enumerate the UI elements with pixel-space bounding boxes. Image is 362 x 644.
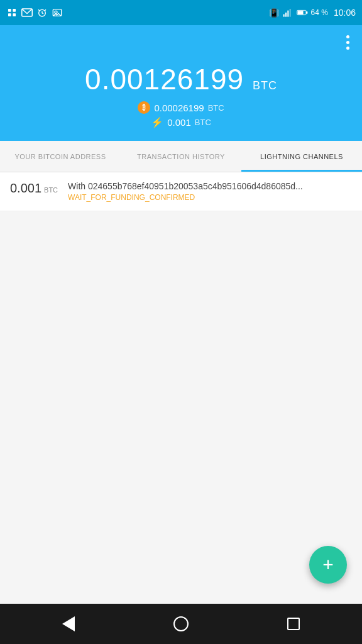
main-balance-unit: BTC: [253, 79, 277, 92]
main-balance: 0.00126199 BTC: [85, 62, 277, 96]
svg-rect-14: [306, 11, 307, 14]
tab-bitcoin-address[interactable]: YOUR BITCOIN ADDRESS: [0, 141, 121, 172]
svg-rect-1: [13, 9, 16, 12]
tab-bar: YOUR BITCOIN ADDRESS TRANSACTION HISTORY…: [0, 141, 362, 172]
content-area: 0.001 BTC With 024655b768ef40951b20053a5…: [0, 172, 362, 604]
overflow-menu-button[interactable]: [344, 33, 352, 52]
tab-transaction-history[interactable]: TRANSACTION HISTORY: [121, 141, 241, 172]
header: 0.00126199 BTC ₿ 0.00026199 BTC ⚡ 0.001 …: [0, 25, 362, 141]
signal-icon: [282, 7, 293, 18]
balance-sub: ₿ 0.00026199 BTC ⚡ 0.001 BTC: [138, 101, 224, 128]
svg-rect-8: [283, 14, 284, 17]
bottom-navigation: [0, 604, 362, 644]
alarm-icon: [36, 7, 48, 18]
home-button[interactable]: [168, 611, 194, 636]
back-icon: [62, 616, 75, 631]
channel-peer: With 024655b768ef40951b20053a5c4b951606d…: [68, 181, 352, 191]
home-icon: [173, 616, 189, 631]
gmail-icon: [21, 7, 33, 18]
recents-icon: [287, 618, 300, 630]
notification-icon: [6, 7, 18, 18]
onchain-balance-row: ₿ 0.00026199 BTC: [138, 101, 224, 114]
add-channel-button[interactable]: +: [309, 546, 347, 584]
lightning-balance-unit: BTC: [195, 118, 211, 127]
status-bar-right: 📳 64 % 10:06: [269, 7, 356, 18]
main-balance-value: 0.00126199: [85, 63, 244, 96]
svg-rect-13: [297, 11, 303, 14]
onchain-balance-value: 0.00026199: [154, 103, 204, 113]
bitcoin-icon: ₿: [138, 101, 150, 114]
lightning-balance-row: ⚡ 0.001 BTC: [151, 116, 211, 128]
svg-rect-2: [8, 13, 11, 16]
status-bar-left: [6, 7, 63, 18]
back-button[interactable]: [56, 611, 81, 636]
time-display: 10:06: [334, 8, 356, 18]
image-icon: [52, 7, 63, 18]
onchain-balance-unit: BTC: [208, 103, 224, 113]
header-menu: [10, 25, 352, 62]
svg-rect-0: [8, 9, 11, 12]
recents-button[interactable]: [281, 611, 306, 636]
channel-amount: 0.001 BTC: [10, 181, 58, 196]
status-bar: 📳 64 % 10:06: [0, 0, 362, 25]
svg-rect-9: [285, 13, 287, 17]
lightning-balance-value: 0.001: [167, 117, 191, 128]
battery-icon: [297, 7, 308, 18]
svg-rect-11: [289, 9, 290, 17]
svg-rect-3: [13, 13, 16, 16]
channel-amount-value: 0.001: [10, 181, 41, 196]
channel-amount-unit: BTC: [44, 186, 58, 194]
tab-lightning-channels[interactable]: LIGHTNING CHANNELS: [241, 141, 362, 172]
vibrate-icon: 📳: [269, 8, 279, 18]
svg-point-7: [55, 11, 57, 13]
channel-details: With 024655b768ef40951b20053a5c4b951606d…: [68, 181, 352, 202]
lightning-icon: ⚡: [151, 116, 163, 128]
channel-list-item[interactable]: 0.001 BTC With 024655b768ef40951b20053a5…: [0, 172, 362, 211]
battery-percentage: 64 %: [311, 8, 328, 17]
add-icon: +: [322, 554, 334, 575]
svg-rect-10: [287, 11, 288, 17]
channel-status: WAIT_FOR_FUNDING_CONFIRMED: [68, 193, 352, 202]
